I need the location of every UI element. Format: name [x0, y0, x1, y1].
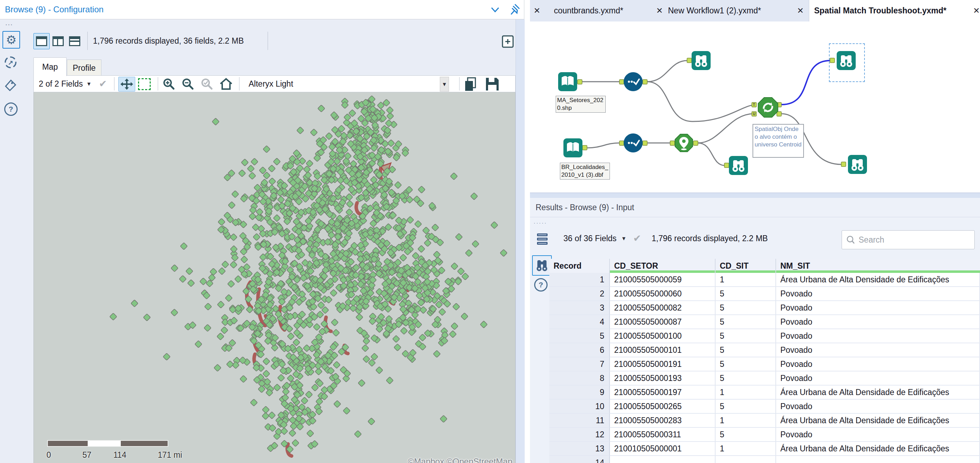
record-cell[interactable]: 8 [549, 371, 610, 385]
data-cell[interactable]: 210005505000193 [610, 371, 716, 385]
basemap-dropdown-button[interactable]: ▾ [440, 77, 449, 92]
close-tab-icon[interactable]: ✕ [795, 0, 806, 21]
fields-filter[interactable]: 36 of 36 Fields [563, 234, 617, 243]
close-tab-icon[interactable]: ✕ [654, 0, 665, 21]
basemap-select[interactable]: Alteryx Light [248, 76, 293, 92]
drag-dots-icon[interactable]: ····· [533, 220, 547, 227]
search-box[interactable] [842, 230, 975, 249]
search-input[interactable] [858, 235, 970, 245]
pan-tool-button[interactable] [118, 77, 135, 92]
tool-create-points[interactable] [675, 134, 693, 152]
zoom-to-selection-button[interactable] [200, 77, 214, 91]
data-cell[interactable]: 5 [716, 287, 776, 301]
data-cell[interactable]: Povoado [776, 329, 980, 343]
data-cell[interactable]: 210005505000197 [610, 385, 716, 399]
select-rectangle-button[interactable] [138, 78, 151, 90]
data-cell[interactable]: 5 [716, 428, 776, 442]
record-cell[interactable]: 10 [549, 399, 610, 414]
record-cell[interactable]: 13 [549, 442, 610, 456]
pin-icon[interactable] [508, 3, 520, 16]
data-cell[interactable] [776, 456, 980, 463]
annotation-tab-button[interactable] [4, 79, 17, 92]
data-cell[interactable]: 5 [716, 371, 776, 385]
open-new-window-button[interactable] [501, 34, 515, 49]
tool-annotation[interactable]: SpatialObj Onde o alvo contém o universo… [752, 124, 804, 158]
help-button[interactable]: ? [4, 102, 18, 116]
data-cell[interactable] [610, 456, 716, 463]
table-row[interactable]: 52100055050001005Povoado [549, 329, 980, 343]
data-cell[interactable]: 5 [716, 343, 776, 357]
fields-caret-icon[interactable]: ▾ [88, 76, 91, 92]
zoom-in-button[interactable] [162, 77, 176, 91]
data-cell[interactable]: 210005505000100 [610, 329, 716, 343]
table-row[interactable]: 12100055050000591Área Urbana de Alta Den… [549, 273, 980, 287]
browse-view-button[interactable] [532, 255, 552, 276]
workflow-tab[interactable]: countbrands.yxmd* [554, 0, 651, 21]
chevron-down-icon[interactable] [490, 6, 500, 14]
data-cell[interactable]: Povoado [776, 399, 980, 414]
tool-select-1[interactable] [624, 72, 643, 91]
tab-map[interactable]: Map [33, 57, 67, 76]
run-results-button[interactable]: ↗ [3, 55, 18, 69]
data-cell[interactable]: Povoado [776, 343, 980, 357]
table-row[interactable]: 92100055050001971Área Urbana de Alta Den… [549, 385, 980, 399]
data-cell[interactable]: Povoado [776, 357, 980, 371]
data-cell[interactable]: Povoado [776, 428, 980, 442]
record-cell[interactable]: 3 [549, 301, 610, 315]
results-help-button[interactable]: ? [534, 278, 547, 291]
copy-map-button[interactable] [463, 76, 478, 92]
tool-input-2[interactable] [563, 138, 582, 158]
tool-browse-3[interactable] [729, 156, 748, 175]
data-cell[interactable]: Povoado [776, 301, 980, 315]
table-row[interactable]: 102100055050002655Povoado [549, 399, 980, 414]
data-cell[interactable]: 5 [716, 399, 776, 414]
data-cell[interactable]: 210005505000101 [610, 343, 716, 357]
tool-label-input-2[interactable]: BR_Localidades_2010_v1 (3).dbf [560, 163, 610, 180]
table-row[interactable]: 72100055050001915Povoado [549, 357, 980, 371]
table-row[interactable]: 112100055050002831Área Urbana de Alta De… [549, 414, 980, 428]
data-cell[interactable]: 1 [716, 273, 776, 287]
save-map-button[interactable] [485, 76, 500, 92]
data-cell[interactable]: 5 [716, 301, 776, 315]
table-row[interactable]: 122100055050003115Povoado [549, 428, 980, 442]
column-header-cd-sit[interactable]: CD_SIT [716, 259, 776, 273]
record-cell[interactable]: 2 [549, 287, 610, 301]
data-cell[interactable]: Povoado [776, 371, 980, 385]
record-cell[interactable]: 14 [549, 456, 610, 463]
record-cell[interactable]: 12 [549, 428, 610, 442]
record-cell[interactable]: 9 [549, 385, 610, 399]
layout-two-columns-button[interactable] [50, 33, 66, 49]
table-row[interactable]: 62100055050001015Povoado [549, 343, 980, 357]
data-cell[interactable]: 1 [716, 414, 776, 428]
tab-profile[interactable]: Profile [67, 59, 102, 76]
tool-spatial-match[interactable] [758, 97, 778, 117]
layout-single-pane-button[interactable] [33, 33, 50, 49]
tool-ports[interactable] [578, 58, 846, 168]
configuration-tab-button[interactable]: ⚙ [2, 31, 20, 49]
table-row[interactable]: 32100055050000825Povoado [549, 301, 980, 315]
data-cell[interactable]: 210005505000283 [610, 414, 716, 428]
layout-two-rows-button[interactable] [67, 33, 83, 49]
record-cell[interactable]: 11 [549, 414, 610, 428]
panel-scrollbar[interactable] [515, 19, 525, 463]
column-header-record[interactable]: Record [549, 259, 610, 273]
data-cell[interactable]: Área Urbana de Alta Densidade de Edifica… [776, 414, 980, 428]
data-cell[interactable]: 1 [716, 385, 776, 399]
data-cell[interactable]: 5 [716, 357, 776, 371]
zoom-out-button[interactable] [181, 77, 195, 91]
drag-handle-icon[interactable]: ⋯ [5, 20, 13, 29]
data-cell[interactable]: 210005505000311 [610, 428, 716, 442]
data-cell[interactable]: 5 [716, 315, 776, 329]
fields-filter-caret-icon[interactable]: ▾ [622, 234, 625, 242]
map-attribution[interactable]: ©Mapbox ©OpenStreetMap [408, 457, 512, 463]
record-cell[interactable]: 6 [549, 343, 610, 357]
data-cell[interactable]: 210005505000082 [610, 301, 716, 315]
record-cell[interactable]: 4 [549, 315, 610, 329]
table-layout-button[interactable] [534, 230, 550, 248]
data-cell[interactable]: Área Urbana de Alta Densidade de Edifica… [776, 442, 980, 456]
record-cell[interactable]: 5 [549, 329, 610, 343]
column-header-nm-sit[interactable]: NM_SIT [776, 259, 980, 273]
workflow-tab[interactable]: New Workflow1 (2).yxmd* [668, 0, 788, 21]
data-cell[interactable]: 210005505000059 [610, 273, 716, 287]
map-view[interactable]: 0 57 114 171 mi ©Mapbox ©OpenStreetMap [33, 92, 515, 463]
